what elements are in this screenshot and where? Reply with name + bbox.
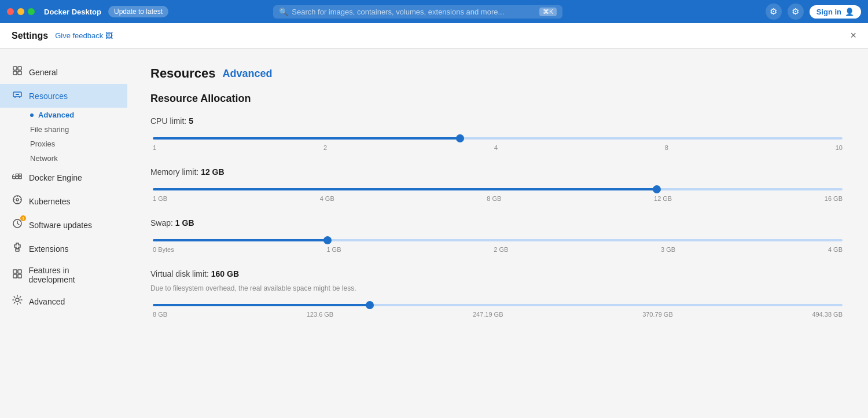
- svg-rect-1: [18, 67, 21, 70]
- kbd-hint: ⌘K: [539, 8, 557, 16]
- active-tab[interactable]: Advanced: [223, 68, 273, 80]
- svg-rect-24: [18, 274, 21, 278]
- disk-slider-wrapper: 8 GB 123.6 GB 247.19 GB 370.79 GB 494.38…: [150, 298, 845, 318]
- memory-label: Memory limit: 12 GB: [150, 167, 845, 177]
- svg-rect-11: [16, 174, 19, 176]
- search-input[interactable]: [292, 8, 536, 16]
- sidebar-features-dev-label: Features in development: [29, 266, 116, 284]
- disk-note: Due to filesystem overhead, the real ava…: [150, 284, 845, 292]
- svg-point-14: [16, 199, 19, 201]
- resources-icon: [12, 89, 23, 102]
- sidebar-item-extensions[interactable]: Extensions: [0, 237, 127, 261]
- svg-rect-22: [18, 270, 21, 273]
- svg-rect-7: [16, 94, 19, 95]
- update-badge: !: [20, 215, 26, 221]
- sidebar-sub-proxies[interactable]: Proxies: [30, 137, 127, 151]
- sidebar-resources-label: Resources: [29, 91, 68, 101]
- signin-label: Sign in: [816, 8, 841, 16]
- signin-button[interactable]: Sign in 👤: [810, 5, 861, 19]
- svg-rect-21: [13, 270, 17, 273]
- sidebar-item-features-dev[interactable]: Features in development: [0, 261, 127, 289]
- close-traffic-light[interactable]: [7, 8, 14, 15]
- cpu-label: CPU limit: 5: [150, 116, 845, 126]
- settings-icon-button[interactable]: ⚙: [766, 3, 782, 20]
- advanced-main-icon: [12, 295, 23, 308]
- svg-rect-2: [13, 71, 17, 75]
- memory-slider-wrapper: 1 GB 4 GB 8 GB 12 GB 16 GB: [150, 182, 845, 202]
- sidebar-item-docker-engine[interactable]: Docker Engine: [0, 166, 127, 189]
- general-icon: [12, 65, 23, 79]
- sidebar-item-software-updates[interactable]: ! Software updates: [0, 213, 127, 237]
- maximize-traffic-light[interactable]: [28, 8, 35, 15]
- cpu-slider-labels: 1 2 4 8 10: [153, 144, 843, 151]
- swap-slider-wrapper: 0 Bytes 1 GB 2 GB 3 GB 4 GB: [150, 233, 845, 253]
- sidebar-sub-file-sharing[interactable]: File sharing: [30, 122, 127, 137]
- settings-title: Settings: [12, 31, 48, 41]
- sidebar-docker-engine-label: Docker Engine: [29, 173, 82, 182]
- swap-label: Swap: 1 GB: [150, 218, 845, 228]
- svg-rect-8: [13, 177, 16, 179]
- sidebar-resources-sub: Advanced File sharing Proxies Network: [0, 108, 127, 166]
- sidebar-sub-advanced[interactable]: Advanced: [30, 108, 127, 122]
- svg-rect-0: [13, 67, 17, 70]
- update-button[interactable]: Update to latest: [108, 6, 168, 17]
- sidebar-item-advanced-main[interactable]: Advanced: [0, 289, 127, 313]
- search-icon: 🔍: [279, 8, 288, 16]
- settings-header: Settings Give feedback 🖼 ×: [0, 23, 868, 49]
- titlebar-right: ⚙ ⚙ Sign in 👤: [766, 3, 861, 20]
- titlebar: Docker Desktop Update to latest 🔍 ⌘K ⚙ ⚙…: [0, 0, 868, 23]
- traffic-lights: [7, 8, 35, 15]
- svg-rect-20: [16, 248, 19, 251]
- active-dot: [30, 113, 34, 117]
- sidebar-extensions-label: Extensions: [29, 244, 68, 254]
- sidebar-item-kubernetes[interactable]: Kubernetes: [0, 189, 127, 213]
- content-title: Resources: [150, 66, 216, 81]
- svg-rect-10: [19, 177, 22, 179]
- sidebar-sub-network[interactable]: Network: [30, 151, 127, 166]
- sidebar-advanced-main-label: Advanced: [29, 297, 65, 306]
- memory-slider-labels: 1 GB 4 GB 8 GB 12 GB 16 GB: [153, 195, 843, 202]
- disk-label: Virtual disk limit: 160 GB: [150, 269, 845, 278]
- svg-point-13: [13, 196, 21, 204]
- swap-slider-section: Swap: 1 GB 0 Bytes 1 GB 2 GB 3 GB 4 GB: [150, 218, 845, 253]
- search-bar: 🔍 ⌘K: [273, 5, 562, 19]
- cpu-slider[interactable]: [153, 137, 843, 140]
- disk-slider-section: Virtual disk limit: 160 GB Due to filesy…: [150, 269, 845, 318]
- sidebar-kubernetes-label: Kubernetes: [29, 197, 71, 206]
- sidebar-software-updates-label: Software updates: [29, 221, 92, 230]
- svg-rect-9: [16, 177, 19, 179]
- main-layout: General Resources Advanced File sharing …: [0, 49, 868, 418]
- feedback-link[interactable]: Give feedback 🖼: [55, 31, 113, 40]
- cpu-slider-wrapper: 1 2 4 8 10: [150, 131, 845, 151]
- kubernetes-icon: [12, 195, 23, 208]
- svg-rect-23: [13, 274, 17, 278]
- section-title: Resource Allocation: [150, 93, 845, 105]
- feedback-icon: 🖼: [105, 31, 113, 40]
- svg-rect-3: [18, 71, 21, 75]
- sidebar: General Resources Advanced File sharing …: [0, 49, 127, 418]
- settings-header-left: Settings Give feedback 🖼: [12, 31, 113, 41]
- memory-slider-section: Memory limit: 12 GB 1 GB 4 GB 8 GB 12 GB…: [150, 167, 845, 202]
- svg-point-25: [16, 298, 19, 302]
- extensions-icon: [12, 242, 23, 255]
- content-area: Resources Advanced Resource Allocation C…: [127, 49, 868, 418]
- features-dev-icon: [12, 269, 23, 282]
- content-header: Resources Advanced: [150, 66, 845, 81]
- software-updates-icon: !: [12, 218, 23, 232]
- close-button[interactable]: ×: [850, 30, 856, 42]
- gear-button[interactable]: ⚙: [788, 3, 804, 20]
- user-icon: 👤: [845, 8, 854, 16]
- disk-slider-labels: 8 GB 123.6 GB 247.19 GB 370.79 GB 494.38…: [153, 311, 843, 318]
- sidebar-general-label: General: [29, 68, 58, 77]
- svg-rect-12: [19, 174, 22, 176]
- swap-slider[interactable]: [153, 239, 843, 241]
- cpu-slider-section: CPU limit: 5 1 2 4 8 10: [150, 116, 845, 151]
- docker-engine-icon: [12, 171, 23, 184]
- sidebar-item-general[interactable]: General: [0, 60, 127, 84]
- sidebar-item-resources[interactable]: Resources: [0, 84, 127, 108]
- disk-slider[interactable]: [153, 304, 843, 306]
- app-title: Docker Desktop: [44, 8, 101, 16]
- swap-slider-labels: 0 Bytes 1 GB 2 GB 3 GB 4 GB: [153, 246, 843, 253]
- memory-slider[interactable]: [153, 188, 843, 190]
- minimize-traffic-light[interactable]: [17, 8, 24, 15]
